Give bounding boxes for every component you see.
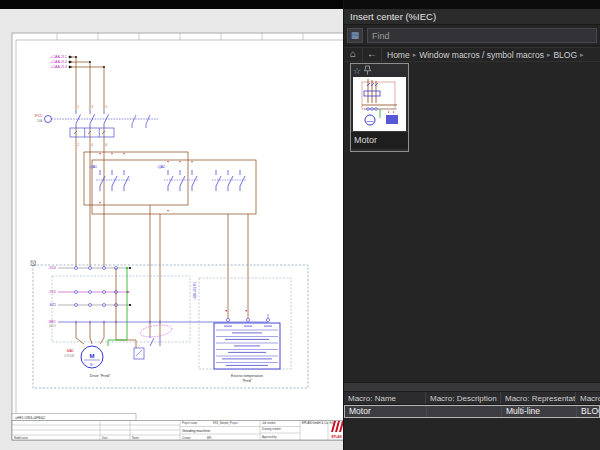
- search-row: ▦: [344, 26, 600, 46]
- chevron-right-icon: ▸: [580, 51, 584, 59]
- insert-center-icon[interactable]: ▦: [347, 28, 363, 43]
- chevron-right-icon: ▸: [413, 51, 417, 59]
- favorite-star-icon[interactable]: ☆: [353, 65, 361, 77]
- svg-text:EPLAN: EPLAN: [331, 435, 341, 439]
- row-cell-name: Motor: [345, 406, 427, 417]
- svg-text:Name: Name: [132, 436, 139, 440]
- tile-icon-row: ☆: [351, 64, 408, 77]
- svg-text:0,55 kW: 0,55 kW: [64, 354, 74, 358]
- svg-text:-WE1: -WE1: [48, 320, 57, 324]
- breadcrumb-window-macros[interactable]: Window macros / symbol macros: [419, 50, 544, 60]
- home-icon[interactable]: ⌂: [344, 47, 363, 62]
- svg-text:-MA1: -MA1: [66, 349, 74, 353]
- row-cell-representation: Multi-line: [502, 406, 577, 417]
- panel-top-strip: [344, 0, 600, 9]
- column-header-representation[interactable]: Macro: Representatio...: [501, 392, 576, 404]
- svg-text:-XD4: -XD4: [48, 266, 56, 270]
- workspace-top-strip: [0, 0, 343, 9]
- svg-text:"Fred": "Fred": [242, 379, 253, 383]
- row-cell-macro: BLOG: [577, 406, 599, 417]
- svg-text:+CAA-2L1: +CAA-2L1: [50, 55, 67, 59]
- svg-text:Date: Date: [102, 436, 108, 440]
- svg-text:Project name: Project name: [182, 421, 198, 425]
- svg-text:M: M: [90, 353, 95, 359]
- eplan-app: +CAA-2L1 +CAA-2L2 +CAA-2L3: [0, 0, 600, 450]
- column-header-macro[interactable]: Macro:: [576, 392, 600, 404]
- sheet-frame: [12, 33, 343, 440]
- tile-label: Motor: [351, 131, 408, 149]
- svg-text:ESS_Sample_Project: ESS_Sample_Project: [213, 421, 238, 425]
- insert-center-panel: Insert center (%IEC) ▦ ⌂ ← Home ▸ Window…: [343, 0, 600, 450]
- svg-text:Creator: Creator: [182, 436, 191, 440]
- svg-text:-QA2: -QA2: [157, 165, 165, 169]
- svg-text:Modification: Modification: [14, 436, 28, 440]
- breadcrumb-bar: ⌂ ← Home ▸ Window macros / symbol macros…: [344, 47, 600, 62]
- macro-table-row-motor[interactable]: Motor Multi-line BLOG: [344, 405, 600, 418]
- macro-table-header: Macro: Name Macro: Description Macro: Re…: [344, 392, 600, 405]
- svg-text:Approved by: Approved by: [262, 435, 277, 439]
- svg-text:-FC1: -FC1: [34, 114, 42, 118]
- macro-preview-thumbnail: [353, 77, 406, 131]
- column-header-description[interactable]: Macro: Description: [426, 392, 501, 404]
- svg-text:BPL: BPL: [207, 436, 212, 440]
- svg-text:10A: 10A: [37, 119, 42, 123]
- breadcrumb: Home ▸ Window macros / symbol macros ▸ B…: [382, 50, 600, 60]
- svg-text:Drawing number: Drawing number: [262, 427, 281, 431]
- svg-text:+CAA-2L3: +CAA-2L3: [50, 65, 67, 69]
- svg-text:-KZ1: -KZ1: [49, 303, 56, 307]
- svg-text:4G1,5: 4G1,5: [49, 324, 57, 328]
- svg-text:-QA1: -QA1: [89, 165, 97, 169]
- breadcrumb-home[interactable]: Home: [387, 50, 410, 60]
- row-cell-description: [427, 406, 502, 417]
- panel-title: Insert center (%IEC): [344, 9, 600, 25]
- svg-text:-XD2: -XD2: [48, 290, 56, 294]
- back-arrow-icon[interactable]: ←: [363, 47, 382, 62]
- svg-text:EPLAN GmbH & Co. KG: EPLAN GmbH & Co. KG: [302, 421, 334, 425]
- svg-text:+CAA-2L2: +CAA-2L2: [50, 60, 67, 64]
- svg-text:3~: 3~: [90, 362, 95, 367]
- svg-text:Drive "Fred": Drive "Fred": [90, 374, 111, 378]
- svg-text:=GB1+B1.R1: =GB1+B1.R1: [193, 282, 197, 300]
- drawing-workspace[interactable]: +CAA-2L1 +CAA-2L2 +CAA-2L3: [0, 0, 343, 450]
- svg-text:Grinding machine: Grinding machine: [182, 429, 210, 433]
- breadcrumb-blog[interactable]: BLOG: [553, 50, 577, 60]
- chevron-right-icon: ▸: [547, 51, 551, 59]
- panel-splitter[interactable]: [344, 382, 600, 392]
- column-header-name[interactable]: Macro: Name: [344, 392, 426, 404]
- pin-icon[interactable]: [363, 65, 372, 76]
- svg-text:=HE1.UW4+&FB&2: =HE1.UW4+&FB&2: [15, 416, 45, 420]
- macro-tile-motor[interactable]: ☆: [350, 63, 409, 152]
- search-input[interactable]: [367, 28, 597, 43]
- svg-text:Job number: Job number: [262, 421, 276, 425]
- svg-text:Excess temperature: Excess temperature: [231, 374, 263, 378]
- schematic-canvas[interactable]: +CAA-2L1 +CAA-2L2 +CAA-2L3: [0, 0, 343, 450]
